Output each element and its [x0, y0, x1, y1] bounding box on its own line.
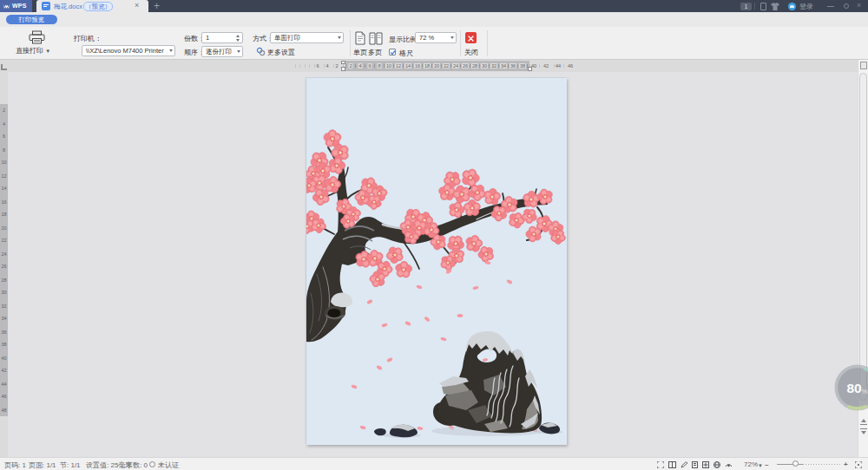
svg-text:%: % — [862, 388, 868, 395]
svg-text:80: 80 — [846, 381, 861, 395]
